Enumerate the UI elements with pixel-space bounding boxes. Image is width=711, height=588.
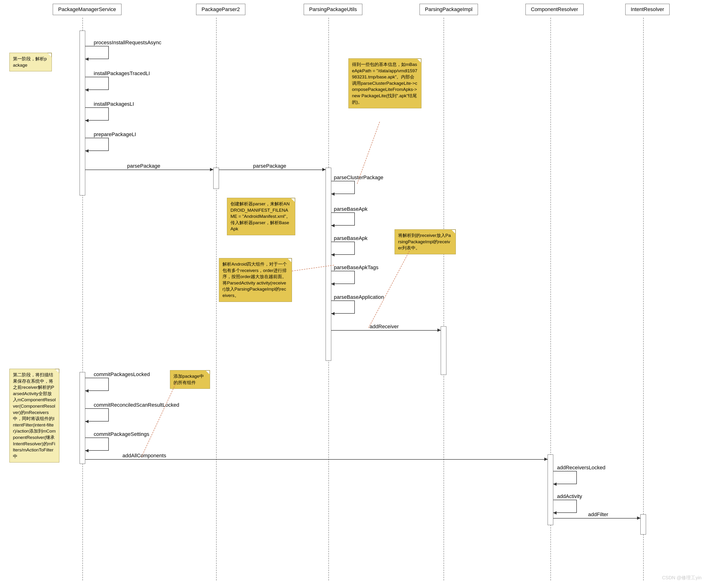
participant-pms: PackageManagerService: [53, 4, 122, 15]
selfcall-commitLocked: [85, 378, 109, 391]
selfcall-addReceiversLocked: [553, 471, 577, 484]
arrow-head: [637, 517, 640, 520]
arrow-head: [85, 449, 88, 453]
selfcall-baseapktags: [331, 271, 355, 284]
msg-addAllComponents: addAllComponents: [123, 453, 166, 459]
note-fourComponents: 解析Android四大组件，对于一个包有多个receivers，order进行排…: [219, 258, 292, 302]
arrow-head: [437, 329, 441, 332]
activation-pms-1: [80, 30, 85, 195]
selfcall-baseapk2: [331, 241, 355, 255]
note-text: 第二阶段，将扫描结果保存在系统中，将之前receiver解析的ParsedAct…: [13, 372, 56, 459]
note-text: 解析Android四大组件，对于一个包有多个receivers，order进行排…: [222, 261, 287, 298]
arrow-head: [331, 224, 335, 227]
lifeline-ir: [643, 18, 644, 581]
note-text: 第一阶段，解析package: [13, 56, 47, 68]
msg-parseBaseApk1: parseBaseApk: [334, 206, 367, 212]
arrow-parsePackage2: [219, 170, 326, 170]
arrow-head: [85, 119, 88, 122]
msg-preparePackageLI: preparePackageLI: [94, 131, 136, 138]
msg-installPackagesLI: installPackagesLI: [94, 101, 134, 107]
lifeline-ppi: [444, 18, 444, 581]
selfcall-addActivity: [553, 500, 577, 513]
note-baseApkInfo: 得到一些包的基本信息，如mBaseApkPath = "/data/app/vm…: [348, 58, 422, 108]
arrow-head: [331, 192, 335, 196]
arrow-head: [85, 58, 88, 61]
watermark: CSDN @修理工yin: [662, 574, 702, 581]
note-text: 创建解析器parser，来解析ANDROID_MANIFEST_FILENAME…: [231, 201, 290, 231]
msg-addFilter: addFilter: [588, 511, 608, 518]
activation-ppi: [441, 327, 446, 375]
arrow-head: [210, 168, 213, 171]
selfcall-installTracedLI: [85, 77, 109, 90]
msg-commitPackageSettings: commitPackageSettings: [94, 431, 149, 437]
arrow-head: [331, 312, 335, 315]
msg-addReceiversLocked: addReceiversLocked: [557, 465, 605, 471]
selfcall-cluster: [331, 181, 355, 194]
arrow-head: [544, 458, 547, 461]
note-link: [368, 251, 410, 328]
activation-pms-2: [80, 372, 85, 464]
msg-parsePackage2: parsePackage: [253, 163, 286, 169]
participant-ppu: ParsingPackageUtils: [304, 4, 362, 15]
selfcall-installLI: [85, 107, 109, 121]
selfcall-baseapk1: [331, 212, 355, 226]
activation-cr: [547, 455, 553, 525]
participant-pp2: PackageParser2: [196, 4, 245, 15]
activation-ir: [640, 514, 646, 534]
selfcall-prepare: [85, 138, 109, 151]
selfcall-reconciled: [85, 408, 109, 421]
participant-ppi: ParsingPackageImpl: [419, 4, 478, 15]
note-phase1: 第一阶段，解析package: [9, 53, 52, 71]
note-addAllComp: 添加package中的所有组件: [170, 370, 210, 389]
note-putReceiver: 将解析到的receiver放入ParsingPackageImpl的receiv…: [394, 229, 456, 254]
msg-processInstallRequestsAsync: processInstallRequestsAsync: [94, 40, 161, 46]
arrow-head: [85, 88, 88, 91]
arrow-parsePackage1: [85, 170, 213, 170]
msg-parseBaseApplication: parseBaseApplication: [334, 294, 384, 300]
selfcall-settings: [85, 438, 109, 451]
msg-installPackagesTracedLI: installPackagesTracedLI: [94, 70, 150, 77]
msg-parseBaseApk2: parseBaseApk: [334, 235, 367, 241]
arrow-head: [553, 511, 557, 514]
msg-addReceiver: addReceiver: [370, 323, 399, 330]
note-text: 添加package中的所有组件: [173, 374, 204, 385]
selfcall-baseapplication: [331, 300, 355, 314]
arrow-head: [85, 389, 88, 393]
lifeline-pp2: [216, 18, 217, 581]
msg-addActivity: addActivity: [557, 493, 582, 500]
participant-ir: IntentResolver: [625, 4, 670, 15]
note-text: 将解析到的receiver放入ParsingPackageImpl的receiv…: [398, 233, 451, 250]
note-text: 得到一些包的基本信息，如mBaseApkPath = "/data/app/vm…: [352, 62, 417, 105]
activation-pp2: [213, 168, 219, 189]
arrow-addReceiver: [331, 330, 441, 331]
arrow-head: [331, 282, 335, 286]
note-createParser: 创建解析器parser，来解析ANDROID_MANIFEST_FILENAME…: [227, 198, 295, 235]
note-link: [141, 382, 177, 457]
selfcall-processInstall: [85, 46, 109, 59]
arrow-head: [331, 253, 335, 256]
arrow-addAllComponents: [85, 459, 547, 460]
arrow-head: [85, 420, 88, 423]
msg-parseBaseApkTags: parseBaseApkTags: [334, 265, 379, 271]
arrow-addFilter: [553, 518, 640, 519]
arrow-head: [322, 168, 326, 171]
note-phase2: 第二阶段，将扫描结果保存在系统中，将之前receiver解析的ParsedAct…: [9, 369, 59, 462]
participant-cr: ComponentResolver: [525, 4, 584, 15]
activation-ppu: [326, 168, 331, 361]
msg-commitPackagesLocked: commitPackagesLocked: [94, 371, 150, 377]
arrow-head: [553, 483, 557, 486]
msg-parsePackage1: parsePackage: [127, 163, 160, 169]
arrow-head: [85, 149, 88, 153]
